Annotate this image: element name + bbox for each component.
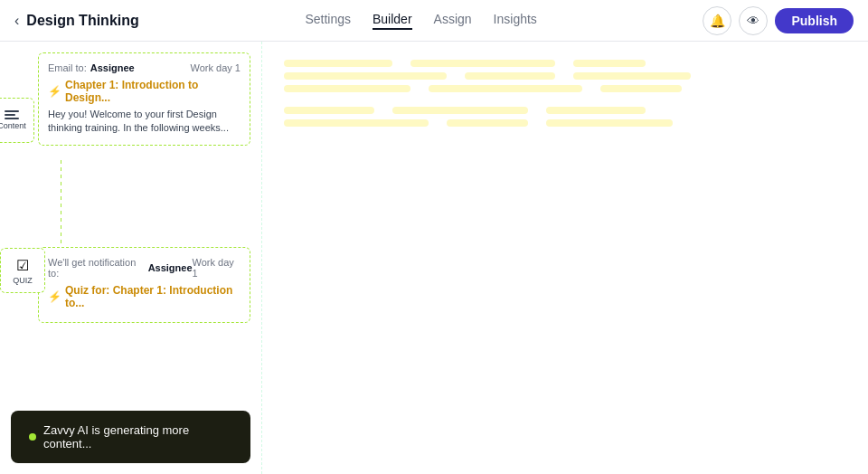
skeleton-row-3 [284,85,846,92]
quiz-chapter-icon: ⚡ [48,290,61,303]
bell-button[interactable]: 🔔 [703,6,731,35]
skeleton-line-3c [600,85,682,92]
content-card-header: Email to: Assignee Work day 1 [48,62,241,73]
skeleton-row-5 [284,119,846,127]
vertical-connector [61,160,61,251]
content-label: Content [0,121,26,130]
skeleton-line-5a [284,119,429,127]
main-nav: Settings Builder Assign Insights [305,12,536,30]
header-left: ‹ Design Thinking [14,13,139,29]
quiz-chapter-label: ⚡ Quiz for: Chapter 1: Introduction to..… [48,284,241,309]
skeleton-line-4a [284,107,374,114]
quiz-assignee-label: Assignee [148,262,193,273]
skeleton-group-2 [284,107,846,127]
skeleton-line-3b [429,85,582,92]
skeleton-line-5c [546,119,673,127]
hamburger-icon [5,110,19,119]
quiz-chapter-text: Quiz for: Chapter 1: Introduction to... [65,284,241,309]
right-panel [262,42,868,474]
eye-button[interactable]: 👁 [739,6,768,35]
tab-assign[interactable]: Assign [434,12,472,30]
page-title: Design Thinking [26,13,138,29]
content-card[interactable]: Email to: Assignee Work day 1 ⚡ Chapter … [38,52,250,146]
chapter-label: ⚡ Chapter 1: Introduction to Design... [48,79,241,104]
skeleton-line-1c [573,60,646,67]
ai-bar-text: Zavvy AI is generating more content... [43,423,232,450]
tab-insights[interactable]: Insights [494,12,537,30]
skeleton-content [284,60,846,127]
skeleton-row-1 [284,60,846,67]
ai-dot [29,433,36,441]
content-icon-box: Content [0,98,34,143]
hamburger-line-3 [5,118,19,119]
skeleton-line-1a [284,60,392,67]
left-panel: Content Email to: Assignee Work day 1 ⚡ … [0,42,262,474]
assignee-label: Assignee [90,62,135,73]
skeleton-line-4b [392,107,528,114]
skeleton-row-2 [284,72,846,80]
quiz-card-header: We'll get notification to: Assignee Work… [48,257,241,279]
chapter-icon: ⚡ [48,85,61,98]
quiz-email-label: We'll get notification to: [48,257,145,279]
quiz-card[interactable]: We'll get notification to: Assignee Work… [38,247,250,323]
tab-builder[interactable]: Builder [373,12,412,30]
quiz-email-row: We'll get notification to: Assignee [48,257,193,279]
work-day-label: Work day 1 [191,62,241,73]
chapter-text: Chapter 1: Introduction to Design... [65,79,241,104]
email-row: Email to: Assignee [48,62,135,73]
tab-settings[interactable]: Settings [305,12,351,30]
main-content: Content Email to: Assignee Work day 1 ⚡ … [0,42,868,474]
email-label: Email to: [48,62,87,73]
back-button[interactable]: ‹ [14,13,19,29]
quiz-icon: ☑ [16,257,29,274]
skeleton-row-4 [284,107,846,114]
skeleton-line-2c [573,72,691,80]
header: ‹ Design Thinking Settings Builder Assig… [0,0,868,42]
card-body-text: Hey you! Welcome to your first Design th… [48,108,241,136]
skeleton-line-2b [465,72,555,80]
quiz-label: QUIZ [13,276,33,285]
skeleton-line-3a [284,85,410,92]
quiz-work-day-label: Work day 1 [193,257,241,279]
hamburger-line-2 [5,114,15,116]
ai-generating-bar: Zavvy AI is generating more content... [11,411,250,463]
skeleton-line-5b [447,119,528,127]
publish-button[interactable]: Publish [775,8,854,33]
header-right: 🔔 👁 Publish [703,6,854,35]
hamburger-line-1 [5,110,19,112]
skeleton-line-2a [284,72,447,80]
skeleton-line-4c [546,107,646,114]
skeleton-line-1b [410,60,555,67]
quiz-icon-box: ☑ QUIZ [0,248,45,293]
